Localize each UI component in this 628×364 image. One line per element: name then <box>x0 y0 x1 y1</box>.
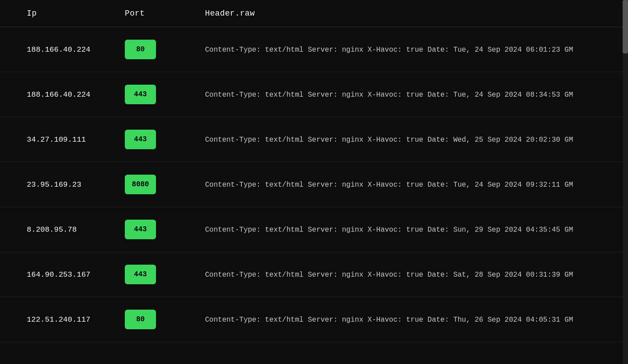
cell-ip: 164.90.253.167 <box>0 252 111 297</box>
table-row: 122.51.240.11780Content-Type: text/html … <box>0 297 628 342</box>
header-raw-value: Content-Type: text/html Server: nginx X-… <box>205 181 573 189</box>
table-body: 188.166.40.22480Content-Type: text/html … <box>0 27 628 342</box>
main-container: Ip Port Header.raw 188.166.40.22480Conte… <box>0 0 628 364</box>
cell-header-raw: Content-Type: text/html Server: nginx X-… <box>192 297 628 342</box>
port-badge[interactable]: 80 <box>125 310 156 329</box>
table-row: 164.90.253.167443Content-Type: text/html… <box>0 252 628 297</box>
table-row: 8.208.95.78443Content-Type: text/html Se… <box>0 207 628 252</box>
port-badge[interactable]: 80 <box>125 40 156 59</box>
cell-port: 443 <box>111 72 192 117</box>
scrollbar-track[interactable] <box>623 0 628 364</box>
cell-ip: 34.27.109.111 <box>0 117 111 162</box>
header-raw-value: Content-Type: text/html Server: nginx X-… <box>205 46 573 54</box>
header-raw-value: Content-Type: text/html Server: nginx X-… <box>205 316 573 324</box>
table-row: 188.166.40.224443Content-Type: text/html… <box>0 72 628 117</box>
table-row: 188.166.40.22480Content-Type: text/html … <box>0 27 628 72</box>
cell-header-raw: Content-Type: text/html Server: nginx X-… <box>192 162 628 207</box>
cell-header-raw: Content-Type: text/html Server: nginx X-… <box>192 252 628 297</box>
col-header-ip: Ip <box>0 0 111 27</box>
cell-header-raw: Content-Type: text/html Server: nginx X-… <box>192 72 628 117</box>
cell-header-raw: Content-Type: text/html Server: nginx X-… <box>192 27 628 72</box>
header-row: Ip Port Header.raw <box>0 0 628 27</box>
scrollbar-thumb[interactable] <box>623 0 628 53</box>
table-row: 34.27.109.111443Content-Type: text/html … <box>0 117 628 162</box>
cell-ip: 188.166.40.224 <box>0 27 111 72</box>
cell-port: 443 <box>111 117 192 162</box>
col-header-port: Port <box>111 0 192 27</box>
table-header: Ip Port Header.raw <box>0 0 628 27</box>
port-badge[interactable]: 443 <box>125 130 156 149</box>
port-badge[interactable]: 443 <box>125 265 156 284</box>
port-badge[interactable]: 443 <box>125 220 156 239</box>
header-raw-value: Content-Type: text/html Server: nginx X-… <box>205 91 573 99</box>
cell-ip: 23.95.169.23 <box>0 162 111 207</box>
port-badge[interactable]: 8080 <box>125 175 156 194</box>
cell-port: 8080 <box>111 162 192 207</box>
header-raw-value: Content-Type: text/html Server: nginx X-… <box>205 136 573 144</box>
data-table: Ip Port Header.raw 188.166.40.22480Conte… <box>0 0 628 342</box>
cell-port: 80 <box>111 27 192 72</box>
header-raw-value: Content-Type: text/html Server: nginx X-… <box>205 271 573 279</box>
table-row: 23.95.169.238080Content-Type: text/html … <box>0 162 628 207</box>
cell-header-raw: Content-Type: text/html Server: nginx X-… <box>192 207 628 252</box>
col-header-header-raw: Header.raw <box>192 0 628 27</box>
cell-port: 80 <box>111 297 192 342</box>
cell-ip: 188.166.40.224 <box>0 72 111 117</box>
cell-port: 443 <box>111 252 192 297</box>
port-badge[interactable]: 443 <box>125 85 156 104</box>
cell-port: 443 <box>111 207 192 252</box>
cell-ip: 122.51.240.117 <box>0 297 111 342</box>
cell-header-raw: Content-Type: text/html Server: nginx X-… <box>192 117 628 162</box>
header-raw-value: Content-Type: text/html Server: nginx X-… <box>205 226 573 234</box>
cell-ip: 8.208.95.78 <box>0 207 111 252</box>
